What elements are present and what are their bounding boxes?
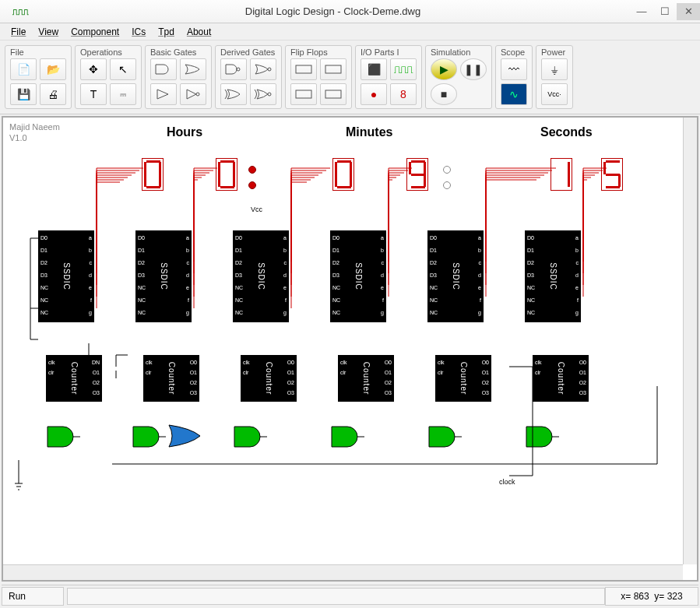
print-button[interactable]: 🖨 [40,83,66,105]
toolgroup-derived-gates: Derived Gates [215,45,282,109]
save-disk-icon: 💾 [17,88,30,100]
stop-button[interactable]: ■ [431,83,457,105]
seven-segment-display [142,158,164,191]
scope-icon: ∿ [509,88,519,100]
and-gate [46,425,80,451]
probe-button[interactable]: 〰 [501,58,527,80]
horizontal-scrollbar[interactable] [3,564,683,580]
svg-point-1 [237,68,240,71]
close-button[interactable]: ✕ [677,3,700,20]
colon-led [248,166,256,174]
clock-button[interactable]: ⎍⎍⎍ [390,58,417,80]
toolgroup-file: File 📄 📂 💾 🖨 [5,45,72,109]
nand-button[interactable] [220,58,247,80]
nor-button[interactable] [250,58,276,80]
open-button[interactable]: 📂 [40,58,66,80]
counter-chip: CounterclkclrO0O1O2O3 [533,355,589,402]
colon-led [248,181,256,189]
led-icon: ● [371,88,377,100]
ssdic-chip: SSDICD0D1D2D3NCNCNCabcdefg [330,230,386,322]
menu-about[interactable]: About [182,25,216,39]
svg-rect-4 [296,65,311,73]
open-folder-icon: 📂 [47,63,60,76]
ssdic-chip: SSDICD0D1D2D3NCNCNCabcdefg [38,230,94,322]
switch-button[interactable]: ⬛ [361,58,387,80]
seven-segment-display [601,158,623,191]
colon-led [443,181,451,189]
and-gate-button[interactable] [150,58,177,80]
clock-label: clock [499,478,515,486]
and-gate [525,425,559,451]
toolgroup-operations: Operations ✥ ↖ T ⎓ [75,45,142,109]
probe-icon: 〰 [508,63,519,76]
menu-view[interactable]: View [33,25,63,39]
play-button[interactable]: ▶ [431,58,457,80]
text-icon: T [90,88,97,100]
seven-segment-display [406,158,428,191]
pause-button[interactable]: ❚❚ [460,58,487,80]
ssdic-chip: SSDICD0D1D2D3NCNCNCabcdefg [525,230,581,322]
minimize-button[interactable]: — [630,3,653,20]
new-file-icon: 📄 [17,63,30,76]
counter-chip: CounterclkclrDNO1O2O3 [46,355,102,402]
gnd-icon: ⏚ [551,63,558,76]
heading-hours: Hours [167,125,202,139]
scope-button[interactable]: ∿ [501,83,527,105]
toolgroup-basic-gates: Basic Gates [145,45,212,109]
vertical-scrollbar[interactable] [683,118,697,564]
move-button[interactable]: ✥ [80,58,107,80]
maximize-button[interactable]: ☐ [653,3,677,20]
new-file-button[interactable]: 📄 [10,58,37,80]
vcc-icon: Vcc· [547,90,561,98]
ff4-button[interactable] [320,83,346,105]
menubar: File View Component ICs Tpd About [0,23,700,40]
vcc-label: Vcc [251,206,262,213]
or-gate [167,423,206,452]
counter-chip: CounterclkclrO0O1O2O3 [143,355,199,402]
titlebar: ⎍⎍⎍ Digital Logic Design - Clock-Deme.dw… [0,0,700,23]
seven-segment-display [551,158,572,191]
heading-minutes: Minutes [346,125,392,139]
menu-ics[interactable]: ICs [127,25,150,39]
ff1-button[interactable] [290,58,317,80]
author-label: Majid NaeemV1.0 [9,121,60,144]
or-gate-button[interactable] [180,58,206,80]
xor-button[interactable] [220,83,247,105]
ff2-button[interactable] [320,58,346,80]
vcc-button[interactable]: Vcc· [541,83,568,105]
svg-rect-5 [325,65,341,73]
toolgroup-flipflops: Flip Flops [285,45,352,109]
ssdic-chip: SSDICD0D1D2D3NCNCNCabcdefg [233,230,289,322]
ff3-button[interactable] [290,83,317,105]
menu-file[interactable]: File [6,25,30,39]
and-gate [330,425,364,451]
gnd-button[interactable]: ⏚ [541,58,568,80]
ssdic-chip: SSDICD0D1D2D3NCNCNCabcdefg [135,230,192,322]
toolbar: File 📄 📂 💾 🖨 Operations ✥ ↖ T ⎓ Basic Ga… [0,40,700,114]
xnor-button[interactable] [250,83,276,105]
menu-tpd[interactable]: Tpd [153,25,179,39]
led-button[interactable]: ● [361,83,387,105]
toolgroup-simulation: Simulation ▶ ❚❚ ■ [425,45,492,109]
seven-segment-display [216,158,237,191]
save-button[interactable]: 💾 [10,83,37,105]
and-gate [233,425,267,451]
counter-chip: CounterclkclrO0O1O2O3 [435,355,491,402]
buffer-button[interactable] [150,83,177,105]
status-run[interactable]: Run [2,587,64,606]
wire-button[interactable]: ⎓ [110,83,136,105]
text-button[interactable]: T [80,83,107,105]
window-title: Digital Logic Design - Clock-Deme.dwg [36,5,630,17]
colon-led [443,166,451,174]
status-coordinates: x= 863 y= 323 [605,587,698,606]
move-icon: ✥ [89,63,98,76]
not-button[interactable] [180,83,206,105]
pointer-icon: ↖ [118,63,128,76]
ssd-button[interactable]: 8 [390,83,417,105]
menu-component[interactable]: Component [66,25,124,39]
pointer-button[interactable]: ↖ [110,58,136,80]
schematic-canvas[interactable]: Majid NaeemV1.0 Hours Minutes Seconds Vc… [3,118,697,580]
canvas-area[interactable]: Majid NaeemV1.0 Hours Minutes Seconds Vc… [2,116,698,582]
and-gate [427,425,462,451]
toolgroup-scope: Scope 〰 ∿ [495,45,533,109]
